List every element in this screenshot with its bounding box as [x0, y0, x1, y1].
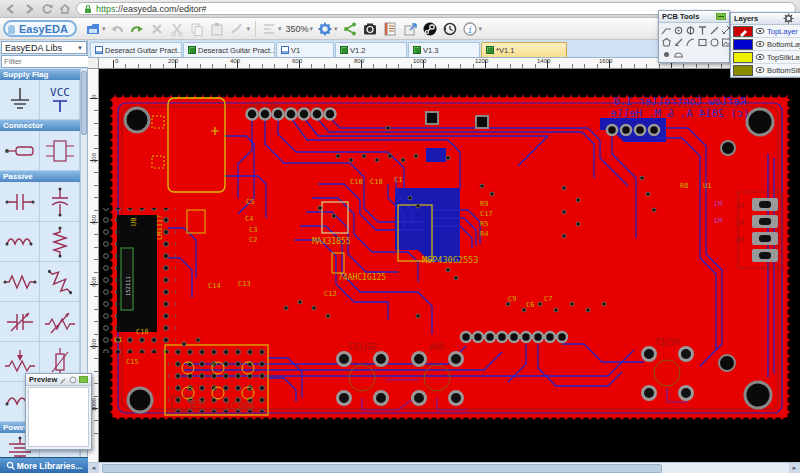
- layer-row-top[interactable]: TopLayer: [731, 25, 800, 38]
- lib-symbol-resistor[interactable]: [0, 262, 40, 302]
- cut-button[interactable]: [167, 19, 187, 39]
- scroll-left-arrow[interactable]: ◄: [88, 463, 99, 473]
- share-button[interactable]: [340, 19, 360, 39]
- layer-visibility-toggle[interactable]: [753, 27, 767, 35]
- arc-tool[interactable]: [685, 37, 696, 48]
- layer-visibility-toggle[interactable]: [753, 40, 767, 48]
- layer-row-topsilk[interactable]: TopSilkLayer: [731, 51, 800, 64]
- sidebar-scrollbar-thumb[interactable]: [81, 71, 87, 135]
- history-button[interactable]: [440, 19, 460, 39]
- svg-text:LM1117: LM1117: [156, 215, 164, 240]
- more-libraries-button[interactable]: More Libraries...: [0, 457, 88, 473]
- preview-body: [28, 387, 89, 447]
- lib-symbol-capacitor-trimmer[interactable]: [0, 302, 40, 342]
- lib-symbol-vcc[interactable]: VCC: [40, 80, 80, 120]
- tab-schematic-2[interactable]: V1: [276, 42, 334, 57]
- circle-tool[interactable]: [709, 37, 720, 48]
- layer-visibility-toggle[interactable]: [753, 53, 767, 61]
- lib-symbol-pin[interactable]: [0, 131, 40, 171]
- canvas-horizontal-scrollbar[interactable]: ◄ ►: [88, 462, 800, 473]
- preview-titlebar[interactable]: Preview: [26, 374, 91, 386]
- filter-row: ✕: [1, 55, 87, 68]
- tab-pcb-3[interactable]: V1.3: [408, 42, 480, 57]
- section-supply-flag[interactable]: Supply Flag: [0, 69, 81, 80]
- pad-tool[interactable]: [673, 25, 684, 36]
- svg-text:MAX31855: MAX31855: [312, 237, 351, 246]
- layer-row-bottomsilk[interactable]: BottomSilkLayer: [731, 64, 800, 77]
- polygon-tool[interactable]: [661, 37, 672, 48]
- svg-text:TEST: TEST: [188, 400, 207, 409]
- format-brush-button[interactable]: ▾: [227, 19, 252, 39]
- redo-button[interactable]: [127, 19, 147, 39]
- undo-button[interactable]: [107, 19, 127, 39]
- svg-text:CC3000: CC3000: [226, 402, 255, 411]
- hole-tool[interactable]: [661, 49, 672, 60]
- zoom-level-dropdown[interactable]: 350%▾: [283, 19, 315, 39]
- via-tool[interactable]: [685, 25, 696, 36]
- layer-swatch-topsilk[interactable]: [733, 52, 753, 63]
- lib-symbol-ground[interactable]: [0, 80, 40, 120]
- lib-symbol-header-2pin[interactable]: [40, 131, 80, 171]
- text-tool[interactable]: [697, 25, 708, 36]
- pcb-doc-icon: [413, 46, 421, 54]
- lib-symbol-capacitor-polarized[interactable]: [40, 182, 80, 222]
- settings-button[interactable]: ▾: [315, 19, 340, 39]
- protractor-tool[interactable]: [673, 49, 684, 60]
- layers-titlebar[interactable]: Layers: [731, 13, 800, 25]
- svg-text:C13: C13: [238, 280, 251, 288]
- pcb-tools-titlebar[interactable]: PCB Tools: [659, 11, 729, 23]
- browser-reload-button[interactable]: [40, 2, 54, 15]
- browser-back-button[interactable]: [4, 2, 18, 15]
- layer-visibility-toggle[interactable]: [753, 66, 767, 74]
- align-button[interactable]: ▾: [259, 19, 284, 39]
- route-tool[interactable]: [673, 37, 684, 48]
- svg-text:RESET: RESET: [655, 338, 679, 347]
- layers-palette: Layers TopLayer BottomLayer TopSilkLayer…: [730, 12, 800, 78]
- lib-symbol-resistor-variable[interactable]: [40, 302, 80, 342]
- tab-pcb-active[interactable]: *V1.1: [481, 42, 567, 57]
- open-icon[interactable]: [69, 376, 77, 384]
- browser-home-button[interactable]: [58, 2, 72, 15]
- copy-button[interactable]: [187, 19, 207, 39]
- scroll-right-arrow[interactable]: ►: [789, 463, 800, 473]
- line-tool[interactable]: [709, 25, 720, 36]
- svg-text:U8: U8: [130, 218, 138, 226]
- edit-icon[interactable]: [59, 376, 67, 384]
- delete-button[interactable]: [147, 19, 167, 39]
- svg-text:VO- IN+: VO- IN+: [249, 102, 279, 110]
- tab-pcb-2[interactable]: V1.2: [335, 42, 407, 57]
- tab-pcb-1[interactable]: Deseract Guitar Pract..: [183, 42, 275, 57]
- screenshot-button[interactable]: [360, 19, 380, 39]
- bom-button[interactable]: [380, 19, 400, 39]
- rect-tool[interactable]: [697, 37, 708, 48]
- paste-button[interactable]: [207, 19, 227, 39]
- scrollbar-thumb[interactable]: [102, 464, 662, 473]
- lib-symbol-resistor-vertical[interactable]: [40, 222, 80, 262]
- svg-text:C15: C15: [126, 358, 139, 366]
- tab-schematic-1[interactable]: Deseract Guitar Pract..: [90, 42, 182, 57]
- layer-swatch-top[interactable]: [733, 26, 753, 37]
- browser-forward-button[interactable]: [22, 2, 36, 15]
- lib-symbol-resistor-diagonal[interactable]: [40, 262, 80, 302]
- help-button[interactable]: i▾: [460, 19, 485, 39]
- pcb-canvas[interactable]: C10 C18 C1 MAX31855 74AHC1G125 MSP430G25…: [88, 58, 800, 462]
- layer-swatch-bottomsilk[interactable]: [733, 65, 753, 76]
- save-button[interactable]: ▾: [83, 19, 108, 39]
- pcb-preview-icon[interactable]: [79, 376, 88, 383]
- svg-text:R1: R1: [736, 202, 744, 210]
- export-button[interactable]: [400, 19, 420, 39]
- section-connector[interactable]: Connector: [0, 120, 81, 131]
- track-tool[interactable]: [661, 25, 672, 36]
- svg-text:i: i: [467, 24, 472, 34]
- lib-symbol-capacitor[interactable]: [0, 182, 40, 222]
- svg-text:C6: C6: [526, 301, 534, 309]
- lib-symbol-inductor[interactable]: [0, 222, 40, 262]
- minimize-icon[interactable]: [716, 13, 726, 20]
- section-passive[interactable]: Passive Components: [0, 171, 81, 182]
- layer-swatch-bottom[interactable]: [733, 39, 753, 50]
- pcb-doc-icon: [486, 46, 494, 54]
- layer-row-bottom[interactable]: BottomLayer: [731, 38, 800, 51]
- layers-settings-icon[interactable]: [783, 13, 794, 24]
- library-select[interactable]: EasyEDA Libs▼: [1, 41, 87, 54]
- fabrication-button[interactable]: [420, 19, 440, 39]
